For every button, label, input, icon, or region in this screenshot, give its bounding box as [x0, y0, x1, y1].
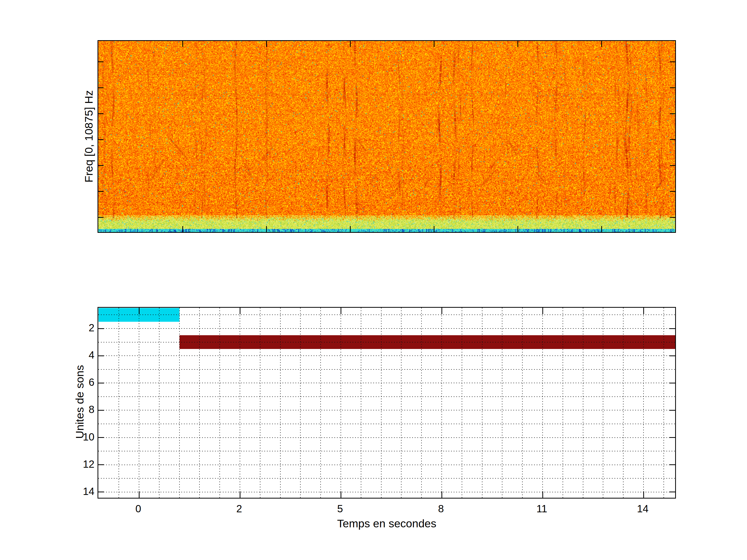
x-gridline — [199, 308, 200, 498]
x-gridline — [139, 308, 139, 498]
y-tick — [98, 410, 104, 411]
freq-tick — [98, 165, 103, 166]
freq-tick — [98, 191, 103, 192]
x-gridline — [240, 308, 240, 498]
y-tick — [98, 437, 104, 438]
x-gridline — [260, 308, 260, 498]
x-tick-label: 14 — [622, 504, 664, 514]
freq-tick — [670, 113, 675, 114]
x-gridline — [401, 308, 402, 498]
y-gridline — [98, 451, 675, 451]
time-tick — [601, 41, 602, 47]
x-tick — [441, 491, 442, 498]
y-tick-label: 12 — [55, 459, 95, 469]
sound-units-x-axis-label: Temps en secondes — [337, 518, 436, 529]
freq-tick — [670, 191, 675, 192]
y-tick — [669, 464, 675, 465]
y-tick-label: 14 — [55, 486, 95, 497]
x-gridline — [280, 308, 281, 498]
x-gridline — [482, 308, 483, 498]
time-tick — [350, 41, 351, 47]
y-gridline — [98, 342, 675, 343]
x-tick — [240, 491, 240, 498]
time-tick — [517, 41, 518, 47]
x-tick-label: 8 — [420, 504, 462, 514]
x-tick-label: 11 — [521, 504, 563, 514]
x-tick — [542, 491, 543, 498]
time-tick — [266, 41, 267, 47]
y-tick — [669, 355, 675, 356]
x-tick — [643, 491, 644, 498]
y-gridline — [98, 464, 675, 465]
y-gridline — [98, 369, 675, 370]
y-tick-label: 8 — [55, 404, 95, 415]
x-tick — [441, 308, 442, 314]
x-gridline — [421, 308, 422, 498]
x-gridline — [179, 308, 180, 498]
x-gridline — [583, 308, 583, 498]
x-gridline — [502, 308, 503, 498]
x-tick — [240, 308, 240, 314]
y-gridline — [98, 315, 675, 315]
x-gridline — [563, 308, 563, 498]
x-tick — [340, 491, 341, 498]
x-tick-label: 2 — [218, 504, 260, 514]
y-gridline — [98, 437, 675, 438]
time-tick — [434, 41, 434, 47]
time-tick — [517, 226, 518, 232]
time-tick — [350, 226, 351, 232]
y-tick — [98, 383, 104, 383]
x-gridline — [441, 308, 442, 498]
x-gridline — [340, 308, 341, 498]
y-tick — [98, 464, 104, 465]
x-gridline — [159, 308, 159, 498]
freq-tick — [670, 87, 675, 88]
x-gridline — [462, 308, 462, 498]
freq-tick — [98, 61, 103, 62]
freq-tick — [98, 113, 103, 114]
spectrogram-area — [98, 41, 675, 232]
x-gridline — [361, 308, 361, 498]
sound-units-y-axis-label: Unites de sons — [74, 365, 85, 439]
x-tick — [643, 308, 644, 314]
x-gridline — [664, 308, 664, 498]
x-gridline — [603, 308, 603, 498]
y-tick — [98, 328, 104, 329]
spectrogram-canvas — [98, 41, 675, 232]
x-gridline — [643, 308, 644, 498]
y-tick-label: 6 — [55, 377, 95, 387]
y-tick — [669, 491, 675, 492]
y-tick-label: 10 — [55, 432, 95, 442]
x-tick — [139, 491, 139, 498]
x-tick — [139, 308, 139, 314]
y-gridline — [98, 424, 675, 424]
x-gridline — [300, 308, 301, 498]
x-tick — [542, 308, 543, 314]
matlab-figure: Freq [0, 10875] Hz Unites de sons Temps … — [0, 0, 747, 560]
x-gridline — [542, 308, 543, 498]
freq-tick — [98, 139, 103, 140]
y-gridline — [98, 396, 675, 397]
y-gridline — [98, 383, 675, 383]
y-tick — [669, 437, 675, 438]
freq-tick — [98, 217, 103, 218]
sound-units-plot — [98, 307, 676, 499]
x-gridline — [522, 308, 523, 498]
x-tick — [340, 308, 341, 314]
x-gridline — [320, 308, 321, 498]
y-tick — [669, 328, 675, 329]
y-tick — [98, 491, 104, 492]
x-gridline — [220, 308, 220, 498]
time-tick — [434, 226, 434, 232]
spectrogram-y-axis-label: Freq [0, 10875] Hz — [83, 90, 95, 183]
time-tick — [182, 226, 183, 232]
time-tick — [601, 226, 602, 232]
freq-tick — [98, 87, 103, 88]
y-tick — [669, 410, 675, 411]
freq-tick — [670, 61, 675, 62]
x-tick-label: 0 — [118, 504, 159, 514]
y-tick-label: 2 — [55, 322, 95, 333]
y-tick — [669, 383, 675, 383]
x-gridline — [119, 308, 119, 498]
x-gridline — [623, 308, 623, 498]
